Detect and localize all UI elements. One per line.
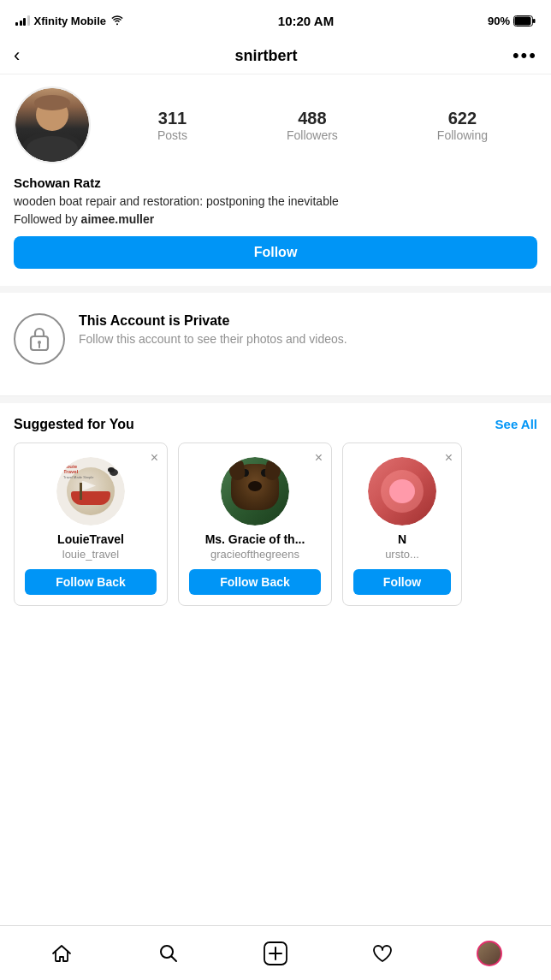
status-time: 10:20 AM [278,14,334,28]
bottom-nav [0,925,551,980]
battery-percent: 90% [488,15,510,27]
avatar [14,86,91,163]
profile-section: 311 Posts 488 Followers 622 Following Sc… [0,74,551,286]
followers-stat[interactable]: 488 Followers [287,109,338,142]
lock-svg [27,324,51,353]
nav-heart-button[interactable] [364,935,401,972]
private-text-block: This Account is Private Follow this acco… [79,313,347,346]
profile-full-name: Schowan Ratz [14,175,537,190]
follow-back-gracie-button[interactable]: Follow Back [189,569,321,595]
lock-icon [14,313,65,365]
stats-row: 311 Posts 488 Followers 622 Following [108,109,537,142]
back-button[interactable]: ‹ [14,45,20,67]
card-name-louietravel: LouieTravel [57,532,124,546]
svg-rect-2 [515,16,531,25]
search-icon [157,942,180,965]
nav-search-button[interactable] [150,935,187,972]
dismiss-louietravel-button[interactable]: × [151,450,158,466]
avatar-image [15,88,89,162]
nav-home-button[interactable] [43,935,80,972]
posts-label: Posts [157,128,187,142]
signal-icon [15,15,30,26]
card-avatar-third [368,457,436,526]
status-indicators: 90% [488,15,536,27]
more-options-button[interactable]: ••• [512,45,537,67]
card-name-third: N [398,532,406,546]
private-account-section: This Account is Private Follow this acco… [0,293,551,396]
following-label: Following [437,128,488,142]
dismiss-third-button[interactable]: × [445,450,453,466]
card-username-third: ursto... [385,548,419,561]
card-name-gracie: Ms. Gracie of th... [205,532,305,546]
nav-profile-avatar [477,941,502,966]
profile-description: wooden boat repair and restoration: post… [14,193,537,211]
card-username-gracie: gracieofthegreens [210,548,299,561]
following-count: 622 [448,109,477,128]
profile-bio: Schowan Ratz wooden boat repair and rest… [14,175,537,226]
dismiss-gracie-button[interactable]: × [315,450,323,466]
section-divider-2 [0,396,551,403]
posts-stat: 311 Posts [157,109,187,142]
suggested-scroll-area: × LouieTravel Travel Made Simple [0,442,551,606]
suggested-header: Suggested for You See All [0,417,551,442]
wifi-icon [110,15,124,26]
svg-rect-1 [533,19,536,23]
add-icon [264,941,287,965]
follow-back-louietravel-button[interactable]: Follow Back [25,569,157,595]
followers-label: Followers [287,128,338,142]
suggested-section: Suggested for You See All × [0,403,551,620]
following-stat[interactable]: 622 Following [437,109,488,142]
nav-profile-button[interactable] [471,935,508,972]
posts-count: 311 [158,109,187,128]
status-bar: Xfinity Mobile 10:20 AM 90% [0,0,551,38]
status-carrier: Xfinity Mobile [15,15,124,27]
carrier-name: Xfinity Mobile [34,15,107,27]
followed-by-prefix: Followed by [14,212,81,226]
heart-icon [371,942,394,965]
top-nav: ‹ snirtbert ••• [0,38,551,74]
followed-by-username: aimee.muller [81,212,155,226]
svg-line-7 [172,956,177,961]
follow-third-button[interactable]: Follow [353,569,451,595]
followers-count: 488 [298,109,326,128]
section-divider [0,286,551,293]
card-avatar-louietravel: LouieTravel Travel Made Simple [56,457,125,526]
private-title: This Account is Private [79,313,347,329]
follow-button[interactable]: Follow [14,236,537,269]
battery-icon [513,15,536,27]
home-icon [50,942,73,965]
suggested-card-louietravel: × LouieTravel Travel Made Simple [14,442,168,606]
card-username-louietravel: louie_travel [62,548,120,561]
profile-username-title: snirtbert [235,47,298,65]
suggested-card-gracie: × Ms. Gracie of th... g [178,442,332,606]
profile-top-row: 311 Posts 488 Followers 622 Following [14,86,537,163]
suggested-title: Suggested for You [14,417,134,432]
followed-by-line: Followed by aimee.muller [14,212,537,226]
card-avatar-gracie [221,457,289,526]
suggested-card-third: × N ursto... Follow [342,442,462,606]
see-all-link[interactable]: See All [495,417,537,431]
private-description: Follow this account to see their photos … [79,332,347,346]
nav-add-button[interactable] [257,935,294,972]
